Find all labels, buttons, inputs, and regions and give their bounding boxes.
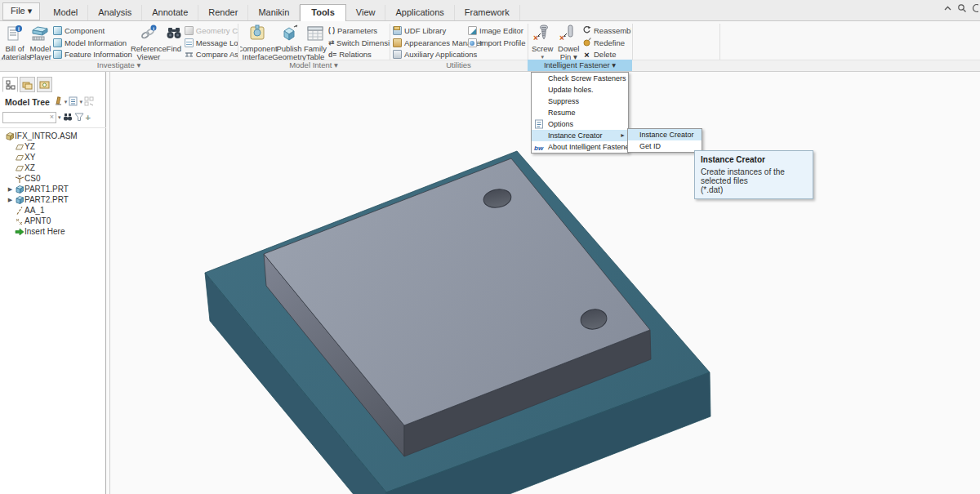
tab-favorites[interactable] bbox=[37, 77, 52, 92]
tree-search-box: × bbox=[2, 112, 56, 123]
import-profile-editor-button[interactable]: Import Profile Editor bbox=[468, 37, 527, 49]
image-editor-button[interactable]: Image Editor bbox=[468, 24, 527, 37]
options-icon bbox=[534, 119, 544, 129]
tree-item-xy[interactable]: XY bbox=[0, 152, 106, 162]
group-label-model-intent[interactable]: Model Intent ▾ bbox=[238, 60, 390, 71]
search-icon[interactable] bbox=[957, 3, 967, 13]
tab-annotate[interactable]: Annotate bbox=[142, 5, 198, 20]
bill-of-materials-button[interactable]: i Bill of Materials bbox=[2, 23, 28, 60]
feature-information-icon bbox=[53, 50, 62, 59]
clear-search-icon[interactable]: × bbox=[50, 113, 54, 121]
tree-style-caret[interactable]: ▾ bbox=[65, 99, 68, 105]
intelligent-fastener-menu: Check Screw Fasteners Update holes. Supp… bbox=[531, 72, 629, 154]
row-label: Component bbox=[65, 26, 105, 35]
find-button[interactable]: Find bbox=[165, 23, 183, 60]
tab-model[interactable]: Model bbox=[43, 5, 88, 20]
parameters-button[interactable]: ( )Parameters bbox=[328, 24, 390, 37]
appearances-manager-button[interactable]: Appearances Manager bbox=[393, 37, 466, 49]
auxiliary-applications-button[interactable]: Auxiliary Applications bbox=[393, 48, 466, 60]
tab-folder-browser[interactable] bbox=[20, 77, 35, 92]
tree-item-insert-here[interactable]: Insert Here bbox=[0, 226, 106, 237]
model-player-button[interactable]: Model Player bbox=[29, 23, 51, 60]
find-in-tree-icon[interactable] bbox=[63, 110, 73, 125]
compare-assembly-icon bbox=[185, 49, 194, 60]
tree-search-input[interactable] bbox=[3, 113, 46, 122]
tree-item-cs0[interactable]: CS0 bbox=[0, 173, 106, 184]
submenu-item-instance-creator[interactable]: Instance Creator bbox=[628, 129, 702, 140]
tree-item-part2[interactable]: ▶ PART2.PRT bbox=[0, 194, 106, 205]
tree-item-label: AA_1 bbox=[24, 206, 44, 215]
udf-library-button[interactable]: UDF Library bbox=[393, 24, 466, 37]
minimize-ribbon-icon[interactable] bbox=[943, 4, 952, 13]
tab-applications[interactable]: Applications bbox=[385, 5, 454, 20]
model-information-button[interactable]: Model Information bbox=[53, 37, 132, 49]
tree-settings-icon[interactable] bbox=[69, 95, 78, 109]
menu-item-check-screw-fasteners[interactable]: Check Screw Fasteners bbox=[532, 73, 628, 84]
expand-icon[interactable]: ▶ bbox=[7, 186, 14, 193]
model-player-icon bbox=[30, 24, 50, 43]
dowel-pin-button[interactable]: × Dowel Pin ▾ bbox=[556, 23, 581, 60]
help-icon[interactable] bbox=[972, 3, 978, 13]
feature-information-button[interactable]: Feature Information bbox=[53, 48, 132, 60]
tooltip-body: Create instances of the selected files (… bbox=[701, 167, 807, 194]
menu-item-options[interactable]: Options bbox=[532, 118, 628, 130]
tree-item-yz[interactable]: YZ bbox=[0, 141, 106, 152]
tab-analysis[interactable]: Analysis bbox=[88, 5, 142, 20]
menu-item-resume[interactable]: Resume bbox=[532, 107, 628, 118]
tree-settings-caret[interactable]: ▾ bbox=[79, 99, 82, 105]
utilities-stack-1: UDF Library Appearances Manager Auxiliar… bbox=[393, 23, 466, 60]
relations-button[interactable]: d=Relations bbox=[328, 48, 390, 60]
tree-item-label: XY bbox=[24, 153, 35, 162]
group-label-utilities[interactable]: Utilities bbox=[390, 60, 528, 71]
tab-view[interactable]: View bbox=[346, 5, 386, 20]
redefine-button[interactable]: Redefine bbox=[582, 37, 631, 49]
tree-item-aa1[interactable]: AA_1 bbox=[0, 205, 106, 216]
group-label-investigate[interactable]: Investigate ▾ bbox=[0, 60, 238, 71]
group-separator bbox=[528, 24, 528, 60]
investigate-stack-2: Geometry Checks Message Log Compare Asse… bbox=[185, 23, 238, 60]
group-label-intelligent-fastener[interactable]: Intelligent Fastener ▾ bbox=[528, 60, 632, 71]
expand-tree-icon[interactable]: + bbox=[86, 113, 91, 122]
component-interface-button[interactable]: Component Interface bbox=[240, 23, 274, 60]
tree-item-assembly[interactable]: IFX_INTRO.ASM bbox=[0, 131, 106, 141]
tree-item-label: YZ bbox=[24, 142, 35, 151]
menu-item-suppress[interactable]: Suppress bbox=[532, 96, 628, 107]
tab-render[interactable]: Render bbox=[198, 5, 248, 20]
search-options-caret[interactable]: ▾ bbox=[58, 114, 61, 121]
tab-framework[interactable]: Framework bbox=[455, 5, 520, 20]
publish-geometry-button[interactable]: Publish Geometry bbox=[276, 23, 302, 60]
group-investigate: i Bill of Materials Model Player Compone… bbox=[2, 23, 238, 60]
row-label: Feature Information bbox=[65, 50, 132, 59]
expand-icon[interactable]: ▶ bbox=[7, 197, 14, 203]
tree-item-part1[interactable]: ▶ PART1.PRT bbox=[0, 184, 106, 194]
tooltip-line1: Create instances of the selected files bbox=[701, 167, 785, 185]
model-tree-header: Model Tree ▾ ▾ bbox=[5, 96, 103, 109]
menu-item-about-intelligent-fastener[interactable]: bw About Intelligent Fastener bbox=[532, 141, 628, 153]
menu-item-update-holes[interactable]: Update holes. bbox=[532, 84, 628, 96]
menu-item-instance-creator[interactable]: Instance Creator ► bbox=[532, 130, 628, 141]
reference-viewer-button[interactable]: i Reference Viewer bbox=[134, 23, 163, 60]
family-table-button[interactable]: Family Table bbox=[304, 23, 327, 60]
compare-assembly-button[interactable]: Compare Assembly bbox=[185, 48, 238, 60]
reassemble-button[interactable]: Reassemble bbox=[582, 24, 631, 37]
message-log-button[interactable]: Message Log bbox=[185, 37, 238, 49]
delete-button[interactable]: ×Delete bbox=[582, 48, 631, 60]
tree-item-xz[interactable]: XZ bbox=[0, 162, 106, 173]
panel-splitter[interactable] bbox=[107, 72, 110, 494]
tab-model-tree[interactable] bbox=[2, 77, 18, 92]
main-area: Model Tree ▾ ▾ × ▾ + bbox=[0, 72, 980, 494]
tree-item-apnt0[interactable]: APNT0 bbox=[0, 216, 106, 226]
tooltip-title: Instance Creator bbox=[701, 155, 807, 164]
tab-tools[interactable]: Tools bbox=[300, 4, 346, 21]
filter-icon[interactable] bbox=[74, 110, 84, 125]
submenu-item-get-id[interactable]: Get ID bbox=[628, 140, 702, 152]
model-tree-title: Model Tree bbox=[5, 97, 50, 107]
switch-dimensions-button[interactable]: ⇄Switch Dimensions bbox=[328, 37, 390, 49]
screw-button[interactable]: × Screw ▾ bbox=[530, 23, 555, 60]
tab-file[interactable]: File ▾ bbox=[2, 2, 40, 20]
parameters-icon: ( ) bbox=[328, 26, 335, 34]
tree-layout-icon[interactable] bbox=[84, 95, 94, 109]
component-button[interactable]: Component bbox=[53, 24, 132, 37]
tab-manikin[interactable]: Manikin bbox=[248, 5, 300, 20]
tree-style-icon[interactable] bbox=[54, 95, 63, 109]
